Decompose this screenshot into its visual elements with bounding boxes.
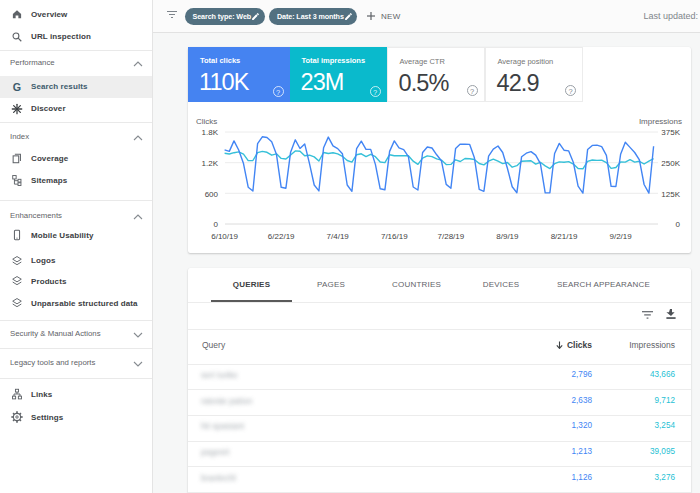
svg-text:7/4/19: 7/4/19	[327, 232, 350, 241]
svg-text:G: G	[13, 81, 21, 93]
svg-text:7/16/19: 7/16/19	[381, 232, 408, 241]
svg-text:0: 0	[214, 220, 219, 229]
svg-text:375K: 375K	[661, 128, 680, 137]
svg-text:9/2/19: 9/2/19	[609, 232, 632, 241]
svg-text:7/28/19: 7/28/19	[438, 232, 465, 241]
svg-text:6/22/19: 6/22/19	[268, 232, 295, 241]
svg-text:8/21/19: 8/21/19	[551, 232, 578, 241]
svg-text:250K: 250K	[661, 159, 680, 168]
svg-text:Impressions: Impressions	[639, 117, 682, 126]
svg-text:0: 0	[676, 220, 681, 229]
svg-text:6/10/19: 6/10/19	[211, 232, 238, 241]
svg-text:8/9/19: 8/9/19	[496, 232, 519, 241]
svg-text:Clicks: Clicks	[196, 117, 217, 126]
svg-text:125K: 125K	[661, 190, 680, 199]
svg-text:1.2K: 1.2K	[202, 159, 219, 168]
svg-text:600: 600	[205, 190, 219, 199]
svg-text:1.8K: 1.8K	[202, 128, 219, 137]
